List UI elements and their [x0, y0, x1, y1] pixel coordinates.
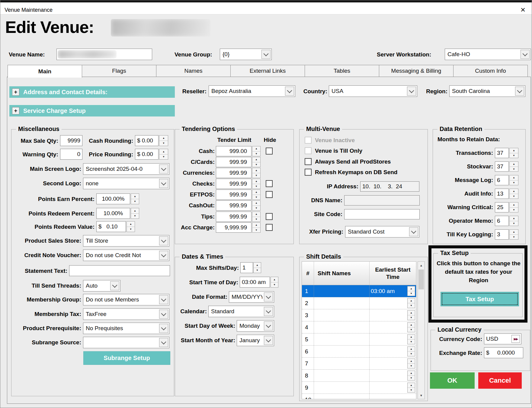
- ip-address-field[interactable]: 10. 10. 3. 24: [360, 181, 419, 192]
- shift-row-7[interactable]: 7 ▲▼: [302, 358, 416, 370]
- address-contact-expander[interactable]: + Address and Contact Details:: [9, 86, 175, 98]
- tab-main[interactable]: Main: [8, 65, 82, 78]
- cash-rounding-spinner[interactable]: ▲▼: [159, 135, 168, 146]
- site-code-input[interactable]: [344, 209, 420, 219]
- tender-eftpos-input[interactable]: 999.99: [216, 190, 252, 200]
- reseller-dropdown[interactable]: Bepoz Australia: [209, 85, 295, 97]
- audit-info-input[interactable]: 13: [495, 189, 509, 199]
- tender-currencies-input[interactable]: 999.99: [216, 168, 252, 178]
- shift-row-3[interactable]: 3 ▲▼: [302, 309, 416, 321]
- till-send-threads-dropdown[interactable]: Auto: [83, 280, 120, 292]
- chevron-down-icon[interactable]: [285, 87, 294, 96]
- operator-memo-input[interactable]: 6: [495, 216, 509, 226]
- till-key-logging-spinner[interactable]: ▲▼: [509, 229, 518, 240]
- tab-flags[interactable]: Flags: [82, 65, 156, 77]
- date-format-dropdown[interactable]: MM/DD/YYYY: [229, 291, 274, 303]
- shift-row-10[interactable]: 10: [302, 394, 416, 399]
- tab-messaging-billing[interactable]: Messaging & Billing: [379, 65, 453, 77]
- tender-acc-charge-spinner[interactable]: ▲▼: [252, 222, 261, 233]
- plus-icon[interactable]: +: [12, 88, 19, 96]
- start-time-input[interactable]: 03:00 am: [240, 277, 270, 288]
- shift-time-spinner[interactable]: ▲▼: [407, 298, 415, 308]
- product-prerequisite-dropdown[interactable]: No Prequisites: [83, 323, 169, 334]
- max-shifts-spinner[interactable]: ▲▼: [253, 262, 261, 273]
- scrollbar-thumb[interactable]: [418, 269, 424, 289]
- close-icon[interactable]: ✕: [518, 6, 527, 14]
- start-time-spinner[interactable]: ▲▼: [271, 277, 278, 288]
- cancel-button[interactable]: Cancel: [478, 372, 522, 389]
- tender-tips-spinner[interactable]: ▲▼: [252, 212, 261, 222]
- tab-custom-info[interactable]: Custom Info: [453, 65, 528, 77]
- chevron-down-icon[interactable]: [521, 50, 530, 59]
- tender-currencies-spinner[interactable]: ▲▼: [252, 168, 261, 178]
- chevron-down-icon[interactable]: [264, 336, 273, 345]
- hide-cash-checkbox[interactable]: [266, 148, 273, 155]
- main-screen-logo-dropdown[interactable]: Screenshot 2025-04-0: [83, 163, 169, 175]
- region-dropdown[interactable]: South Carolina: [449, 85, 525, 97]
- chevron-down-icon[interactable]: [159, 324, 168, 333]
- exchange-rate-input[interactable]: $ 0.0000: [484, 347, 523, 358]
- venue-till-only-checkbox[interactable]: [305, 147, 312, 154]
- chevron-down-icon[interactable]: [409, 227, 418, 236]
- tax-setup-button[interactable]: Tax Setup: [441, 292, 519, 306]
- shift-row-2[interactable]: 2 ▲▼: [302, 297, 416, 309]
- tender-cash-input[interactable]: 999.00: [216, 146, 252, 156]
- tab-tables[interactable]: Tables: [305, 65, 379, 77]
- shift-time-spinner[interactable]: ▲▼: [407, 310, 415, 320]
- venue-group-dropdown[interactable]: {0}: [220, 49, 272, 60]
- refresh-keymaps-checkbox[interactable]: [305, 169, 312, 176]
- chevron-down-icon[interactable]: [264, 292, 273, 301]
- hide-eftpos-checkbox[interactable]: [266, 191, 273, 198]
- chevron-down-icon[interactable]: [159, 310, 168, 319]
- server-workstation-dropdown[interactable]: Cafe-HO: [445, 49, 531, 60]
- subrange-source-dropdown[interactable]: [83, 337, 169, 348]
- currency-code-input[interactable]: USD ▶▶: [484, 333, 521, 344]
- tender-acc-charge-input[interactable]: 9,999.99: [216, 222, 252, 233]
- tender-tips-input[interactable]: 999.99: [216, 212, 252, 222]
- shift-grid-scrollbar[interactable]: ▲ ▼: [418, 261, 425, 399]
- shift-row-8[interactable]: 8 ▲▼: [302, 370, 416, 382]
- shift-time-spinner[interactable]: ▲▼: [407, 371, 415, 381]
- chevron-down-icon[interactable]: [159, 338, 168, 347]
- shift-time-spinner[interactable]: ▲▼: [407, 383, 415, 393]
- till-key-logging-input[interactable]: 3: [495, 229, 509, 240]
- tender-eftpos-spinner[interactable]: ▲▼: [252, 190, 261, 200]
- chevron-down-icon[interactable]: [515, 87, 524, 96]
- price-rounding-spinner[interactable]: ▲▼: [159, 149, 168, 160]
- ok-button[interactable]: OK: [430, 372, 475, 389]
- cash-rounding-input[interactable]: $ 0.00: [135, 135, 159, 146]
- stockvar-input[interactable]: 37: [495, 161, 509, 172]
- venue-name-input[interactable]: [56, 49, 152, 60]
- xfer-pricing-dropdown[interactable]: Standard Cost: [345, 226, 419, 237]
- plus-icon[interactable]: +: [12, 107, 19, 114]
- dns-name-field[interactable]: [344, 195, 420, 206]
- statement-text-input[interactable]: [69, 265, 170, 276]
- tender-cashout-input[interactable]: 999.99: [216, 200, 252, 211]
- hide-checks-checkbox[interactable]: [266, 180, 273, 187]
- venue-inactive-checkbox[interactable]: [305, 137, 312, 144]
- tender-cash-spinner[interactable]: ▲▼: [252, 146, 261, 156]
- tender-ccards-input[interactable]: 999.99: [216, 157, 252, 167]
- shift-time-spinner[interactable]: ▲▼: [407, 359, 415, 368]
- country-dropdown[interactable]: USA: [329, 85, 417, 97]
- credit-note-voucher-dropdown[interactable]: Do not use Credit Not: [83, 250, 169, 261]
- chevron-down-icon[interactable]: [110, 281, 119, 290]
- tab-external-links[interactable]: External Links: [230, 65, 305, 77]
- hide-acc-charge-checkbox[interactable]: [266, 224, 273, 231]
- shift-time-spinner[interactable]: ▲▼: [407, 334, 415, 344]
- tab-names[interactable]: Names: [156, 65, 231, 77]
- product-sales-store-dropdown[interactable]: Till Store: [83, 235, 169, 247]
- always-send-prodstores-checkbox[interactable]: [305, 158, 312, 165]
- shift-row-6[interactable]: 6 ▲▼: [302, 346, 416, 358]
- shift-time-spinner[interactable]: ▲▼: [407, 322, 415, 332]
- points-earn-percent-spinner[interactable]: ▲▼: [131, 193, 139, 204]
- points-earn-percent-input[interactable]: 100.00%: [96, 193, 130, 204]
- start-day-dropdown[interactable]: Monday: [237, 320, 274, 332]
- shift-row-9[interactable]: 9 ▲▼: [302, 382, 416, 394]
- shift-time-spinner[interactable]: ▲▼: [407, 346, 415, 356]
- chevron-down-icon[interactable]: [407, 87, 416, 96]
- tender-cashout-spinner[interactable]: ▲▼: [252, 200, 261, 211]
- membership-group-dropdown[interactable]: Do not use Members: [83, 294, 169, 305]
- stockvar-spinner[interactable]: ▲▼: [509, 161, 518, 172]
- points-redeem-percent-input[interactable]: 10.00%: [96, 208, 130, 219]
